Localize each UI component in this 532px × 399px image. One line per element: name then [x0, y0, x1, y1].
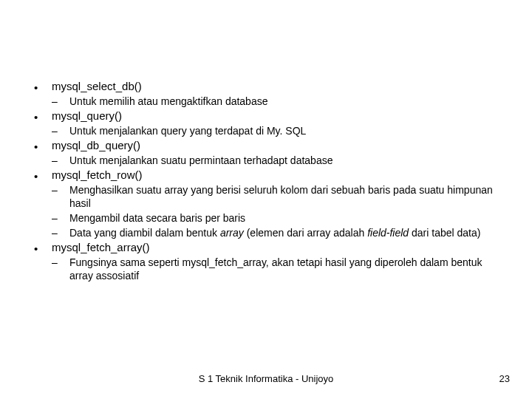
- sub-list-item: –Mengambil data secara baris per baris: [52, 211, 502, 225]
- bullet: •: [34, 81, 38, 95]
- sub-list-item: –Untuk menjalankan query yang terdapat d…: [52, 124, 502, 137]
- footer-center-text: S 1 Teknik Informatika - Unijoyo: [0, 373, 532, 384]
- text-segment: Data yang diambil dalam bentuk: [69, 227, 220, 239]
- list-item: •mysql_query(): [34, 109, 502, 123]
- sub-list-item-text: Untuk menjalankan suatu permintaan terha…: [69, 154, 332, 166]
- dash-bullet: –: [52, 154, 58, 167]
- text-segment: Fungsinya sama seperti mysql_fetch_array…: [69, 256, 482, 282]
- dash-bullet: –: [52, 95, 58, 108]
- sub-list-item-text: Untuk memilih atau mengaktifkan database: [69, 95, 267, 107]
- bullet: •: [34, 111, 38, 124]
- text-segment: Untuk memilih atau mengaktifkan database: [69, 95, 267, 107]
- sub-list-item: –Fungsinya sama seperti mysql_fetch_arra…: [52, 256, 502, 282]
- content-list: •mysql_select_db()–Untuk memilih atau me…: [34, 80, 502, 282]
- list-item-title: mysql_query(): [52, 109, 122, 122]
- page-number: 23: [499, 373, 510, 384]
- dash-bullet: –: [52, 212, 58, 225]
- dash-bullet: –: [52, 256, 58, 269]
- sub-list-item: –Data yang diambil dalam bentuk array (e…: [52, 226, 502, 239]
- sub-list-item-text: Untuk menjalankan query yang terdapat di…: [69, 125, 306, 137]
- text-segment: array: [220, 227, 244, 239]
- sub-list-item-text: Mengambil data secara baris per baris: [69, 212, 245, 224]
- sub-list-item-text: Data yang diambil dalam bentuk array (el…: [69, 227, 480, 239]
- text-segment: field-field: [367, 227, 409, 239]
- sub-list-item: –Untuk memilih atau mengaktifkan databas…: [52, 95, 502, 108]
- dash-bullet: –: [52, 125, 58, 137]
- text-segment: Untuk menjalankan suatu permintaan terha…: [69, 154, 332, 166]
- text-segment: Menghasilkan suatu array yang berisi sel…: [69, 184, 493, 209]
- text-segment: Mengambil data secara baris per baris: [69, 212, 245, 224]
- bullet: •: [34, 170, 38, 183]
- list-item-title: mysql_select_db(): [52, 80, 142, 92]
- slide-body: •mysql_select_db()–Untuk memilih atau me…: [0, 0, 532, 399]
- text-segment: (elemen dari array adalah: [244, 227, 367, 239]
- text-segment: Untuk menjalankan query yang terdapat di…: [69, 125, 306, 137]
- sub-list-item-text: Menghasilkan suatu array yang berisi sel…: [69, 184, 493, 209]
- dash-bullet: –: [52, 227, 58, 239]
- text-segment: dari tabel data): [409, 227, 480, 239]
- list-item-title: mysql_fetch_row(): [52, 168, 143, 181]
- sub-list-item-text: Fungsinya sama seperti mysql_fetch_array…: [69, 256, 482, 282]
- bullet: •: [34, 242, 38, 256]
- sub-list-item: –Menghasilkan suatu array yang berisi se…: [52, 183, 502, 210]
- bullet: •: [34, 140, 38, 154]
- sub-list-item: –Untuk menjalankan suatu permintaan terh…: [52, 154, 502, 167]
- list-item: •mysql_select_db(): [34, 80, 502, 93]
- list-item-title: mysql_db_query(): [52, 139, 140, 151]
- list-item-title: mysql_fetch_array(): [52, 241, 150, 253]
- footer: S 1 Teknik Informatika - Unijoyo 23: [0, 373, 532, 384]
- list-item: •mysql_fetch_row(): [34, 168, 502, 182]
- dash-bullet: –: [52, 184, 58, 197]
- list-item: •mysql_fetch_array(): [34, 241, 502, 254]
- list-item: •mysql_db_query(): [34, 139, 502, 152]
